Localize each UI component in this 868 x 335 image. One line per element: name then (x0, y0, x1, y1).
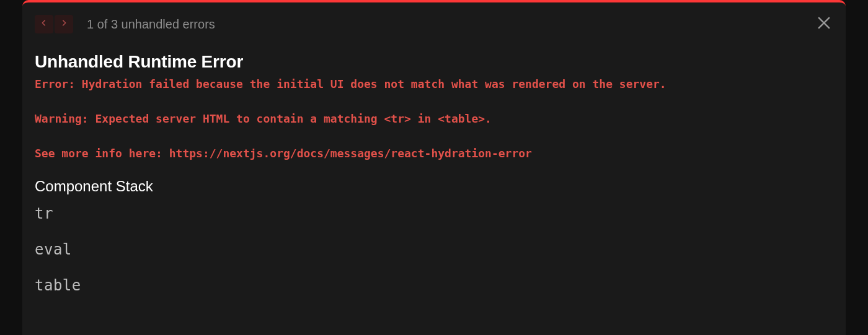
stack-frame: table (35, 278, 833, 293)
stack-frame: eval (35, 242, 833, 257)
arrow-left-icon (39, 18, 49, 30)
error-overlay-header: 1 of 3 unhandled errors (22, 2, 846, 33)
error-title: Unhandled Runtime Error (35, 52, 833, 72)
component-stack-heading: Component Stack (35, 178, 833, 195)
close-button[interactable] (813, 14, 835, 35)
error-nav-buttons (35, 15, 73, 33)
component-stack: tr eval table (35, 206, 833, 293)
error-overlay-panel: 1 of 3 unhandled errors Unhandled Runtim… (22, 0, 846, 335)
arrow-right-icon (59, 18, 69, 30)
stack-frame: tr (35, 206, 833, 221)
prev-error-button[interactable] (35, 15, 53, 33)
next-error-button[interactable] (55, 15, 73, 33)
close-icon (815, 14, 833, 34)
error-counter: 1 of 3 unhandled errors (87, 17, 215, 32)
error-content: Unhandled Runtime Error Error: Hydration… (22, 33, 846, 293)
error-message: Error: Hydration failed because the init… (35, 76, 833, 162)
